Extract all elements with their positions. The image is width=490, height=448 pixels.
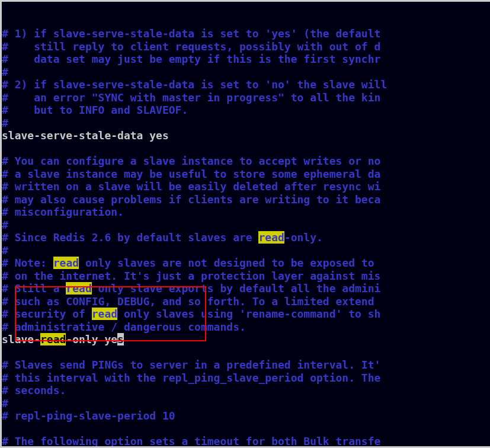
terminal-content: # 1) if slave-serve-stale-data is set to… [2,27,490,448]
line-28: # seconds. [2,384,490,397]
line-23: # administrative / dangerous commands. [2,321,490,334]
line-5: # an error "SYNC with master in progress… [2,91,490,104]
line-24: slave-read-only yes [2,333,490,346]
line-14: # misconfiguration. [2,206,490,219]
line-4: # 2) if slave-serve-stale-data is set to… [2,78,490,91]
line-2: # data set may just be empty if this is … [2,53,490,66]
line-29: # [2,397,490,410]
line-21: # such as CONFIG, DEBUG, and so forth. T… [2,295,490,308]
line-10: # You can configure a slave instance to … [2,155,490,168]
line-16: # Since Redis 2.6 by default slaves are … [2,231,490,244]
line-19: # on the internet. It's just a protectio… [2,270,490,283]
line-8: slave-serve-stale-data yes [2,129,490,142]
line-12: # written on a slave will be easily dele… [2,180,490,193]
line-13: # may also cause problems if clients are… [2,193,490,206]
line-11: # a slave instance may be useful to stor… [2,168,490,181]
line-0: # 1) if slave-serve-stale-data is set to… [2,27,490,40]
line-25 [2,346,490,359]
line-3: # [2,66,490,79]
line-22: # security of read only slaves using 're… [2,308,490,321]
line-30: # repl-ping-slave-period 10 [2,409,490,423]
line-32: # The following option sets a timeout fo… [2,435,490,448]
line-26: # Slaves send PINGs to server in a prede… [2,359,490,372]
line-6: # but to INFO and SLAVEOF. [2,104,490,117]
cursor: s [117,333,124,345]
line-31 [2,423,490,436]
terminal-window[interactable]: # 1) if slave-serve-stale-data is set to… [0,0,490,448]
line-17: # [2,244,490,257]
line-7: # [2,117,490,130]
line-9 [2,142,490,155]
line-27: # this interval with the repl_ping_slave… [2,372,490,385]
line-18: # Note: read only slaves are not designe… [2,257,490,270]
line-1: # still reply to client requests, possib… [2,40,490,53]
line-20: # Still a read only slave exports by def… [2,282,490,295]
line-15: # [2,219,490,232]
